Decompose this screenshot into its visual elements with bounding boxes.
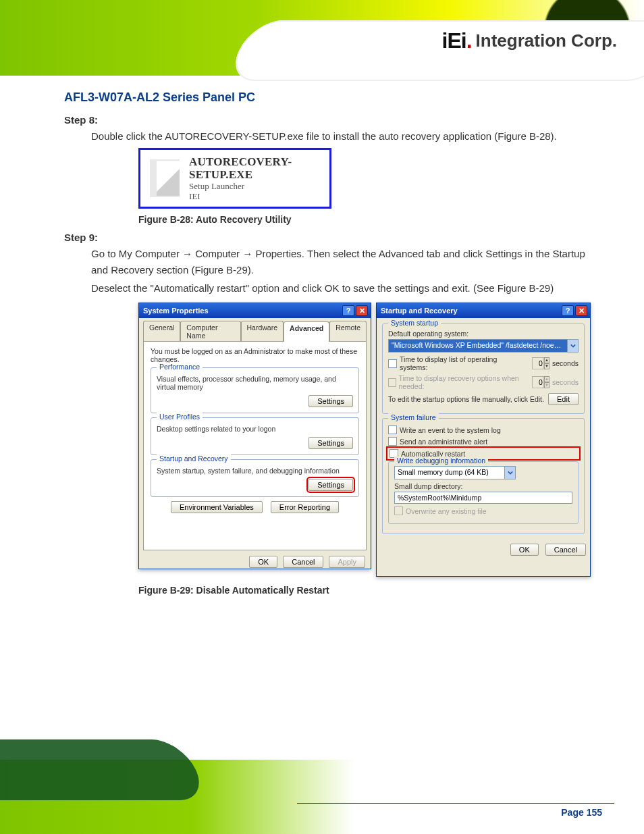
- apply-button[interactable]: Apply: [329, 556, 365, 568]
- help-icon[interactable]: ?: [342, 305, 354, 316]
- chevron-down-icon[interactable]: [567, 340, 578, 352]
- checkbox-alert[interactable]: [388, 437, 397, 446]
- page-number: Page 155: [557, 807, 606, 818]
- seconds-label2: seconds: [552, 378, 579, 386]
- fieldset-system-startup: System startup Default operating system:…: [382, 323, 585, 414]
- profiles-settings-button[interactable]: Settings: [308, 437, 353, 449]
- oslist-spinner[interactable]: ▲▼: [532, 357, 549, 369]
- fieldset-system-failure: System failure Write an event to the sys…: [382, 418, 585, 534]
- cancel-button[interactable]: Cancel: [545, 544, 586, 556]
- label-alert: Send an administrative alert: [400, 438, 487, 446]
- launcher-vendor: IEI: [189, 192, 320, 202]
- env-vars-button[interactable]: Environment Variables: [171, 501, 263, 513]
- titlebar[interactable]: Startup and Recovery ? ✕: [377, 303, 590, 318]
- default-os-value: "Microsoft Windows XP Embedded" /fastdet…: [389, 340, 567, 352]
- help-icon[interactable]: ?: [562, 305, 574, 316]
- titlebar[interactable]: System Properties ? ✕: [139, 303, 371, 318]
- close-icon[interactable]: ✕: [575, 305, 587, 316]
- edit-hint: To edit the startup options file manuall…: [388, 395, 545, 403]
- ok-button[interactable]: OK: [510, 544, 539, 556]
- label-oslist: Time to display list of operating system…: [400, 355, 527, 371]
- checkbox-recovery: [388, 378, 396, 387]
- recovery-seconds: [532, 376, 544, 388]
- installer-icon: [150, 159, 180, 197]
- window-title: System Properties: [143, 307, 209, 315]
- launcher-filename: AUTORECOVERY-SETUP.EXE: [189, 155, 320, 182]
- close-icon[interactable]: ✕: [356, 305, 368, 316]
- legend-sys-startup: System startup: [388, 319, 441, 327]
- tab-advanced[interactable]: Advanced: [284, 321, 329, 342]
- step9b-text: Deselect the "Automatically restart" opt…: [91, 280, 604, 296]
- step9-text: Go to My Computer → Computer → Propertie…: [91, 246, 604, 278]
- startup-recovery-window: Startup and Recovery ? ✕ System startup …: [376, 303, 591, 577]
- step8-label: Step 8:: [64, 114, 604, 126]
- perf-settings-button[interactable]: Settings: [308, 395, 353, 407]
- default-os-combo[interactable]: "Microsoft Windows XP Embedded" /fastdet…: [388, 339, 579, 353]
- edit-button[interactable]: Edit: [548, 393, 579, 405]
- legend-write-debug: Write debugging information: [394, 457, 488, 465]
- tab-remote[interactable]: Remote: [329, 321, 367, 341]
- checkbox-overwrite: [394, 506, 403, 515]
- system-properties-window: System Properties ? ✕ General Computer N…: [138, 303, 371, 569]
- arrow-icon: →: [182, 248, 192, 259]
- default-os-label: Default operating system:: [388, 330, 579, 338]
- figure29-label: Figure B-29: Disable Automatically Resta…: [138, 585, 604, 596]
- tab-general[interactable]: General: [143, 321, 180, 341]
- checkbox-event[interactable]: [388, 425, 397, 434]
- admin-note: You must be logged on as an Administrato…: [151, 347, 359, 363]
- label-event: Write an event to the system log: [400, 426, 501, 434]
- dump-type-combo[interactable]: Small memory dump (64 KB): [394, 466, 516, 479]
- legend-startup: Startup and Recovery: [157, 454, 231, 463]
- checkbox-oslist[interactable]: [388, 359, 397, 368]
- arrow-icon: →: [242, 248, 252, 259]
- window-title: Startup and Recovery: [381, 307, 458, 315]
- autorecovery-launcher[interactable]: AUTORECOVERY-SETUP.EXE Setup Launcher IE…: [138, 148, 331, 209]
- startup-desc: System startup, system failure, and debu…: [157, 467, 353, 475]
- brand-logo-iei: iEi.: [442, 28, 472, 53]
- startup-settings-button[interactable]: Settings: [308, 479, 353, 491]
- step9-label: Step 9:: [64, 232, 604, 243]
- ok-button[interactable]: OK: [249, 556, 277, 568]
- brand: iEi. Integration Corp.: [442, 28, 617, 53]
- perf-desc: Visual effects, processor scheduling, me…: [157, 375, 353, 391]
- oslist-seconds[interactable]: [532, 357, 544, 369]
- footer-swoosh: [0, 739, 210, 800]
- brand-text: Integration Corp.: [476, 30, 617, 51]
- cancel-button[interactable]: Cancel: [283, 556, 323, 568]
- fieldset-startup-recovery: Startup and Recovery System startup, sys…: [151, 459, 359, 497]
- fieldset-user-profiles: User Profiles Desktop settings related t…: [151, 417, 359, 455]
- label-overwrite: Overwrite any existing file: [406, 507, 487, 515]
- dump-dir-input[interactable]: [394, 492, 572, 504]
- recovery-spinner: ▲▼: [532, 376, 549, 388]
- label-recovery: Time to display recovery options when ne…: [399, 374, 527, 390]
- dump-dir-label: Small dump directory:: [394, 482, 572, 490]
- tab-computer-name[interactable]: Computer Name: [180, 321, 240, 341]
- error-reporting-button[interactable]: Error Reporting: [271, 501, 339, 513]
- fieldset-performance: Performance Visual effects, processor sc…: [151, 367, 359, 413]
- legend-sys-failure: System failure: [388, 413, 439, 421]
- launcher-text: AUTORECOVERY-SETUP.EXE Setup Launcher IE…: [189, 155, 320, 202]
- footer-rule: [297, 803, 614, 804]
- legend-profiles: User Profiles: [157, 413, 203, 421]
- figure28-label: Figure B-28: Auto Recovery Utility: [138, 214, 604, 225]
- dump-type-value: Small memory dump (64 KB): [395, 467, 504, 479]
- profiles-desc: Desktop settings related to your logon: [157, 425, 353, 433]
- legend-performance: Performance: [157, 363, 203, 371]
- chevron-down-icon[interactable]: [504, 467, 515, 479]
- tab-hardware[interactable]: Hardware: [241, 321, 284, 341]
- seconds-label: seconds: [552, 359, 579, 367]
- step8-text: Double click the AUTORECOVERY-SETUP.exe …: [91, 128, 604, 144]
- page-title: AFL3-W07A-AL2 Series Panel PC: [64, 90, 604, 105]
- launcher-desc: Setup Launcher: [189, 182, 320, 192]
